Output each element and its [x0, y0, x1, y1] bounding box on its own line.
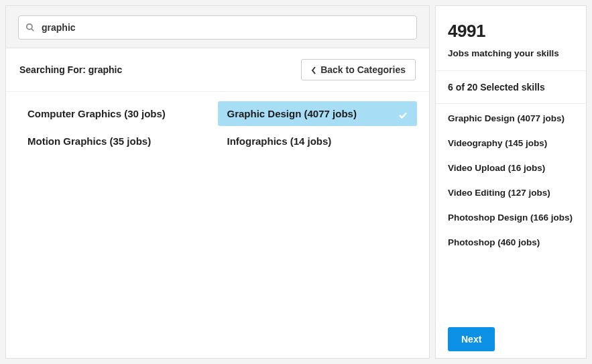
jobs-count-sub: Jobs matching your skills [448, 48, 574, 58]
skill-result-label: Motion Graphics (35 jobs) [27, 135, 151, 147]
main-panel: Searching For: graphic Back to Categorie… [5, 5, 430, 359]
skill-result-label: Graphic Design (4077 jobs) [227, 108, 357, 119]
selected-skills-list: Graphic Design (4077 jobs)Videography (1… [436, 104, 586, 316]
selected-skill[interactable]: Video Editing (127 jobs) [448, 188, 574, 198]
skill-result-label: Infographics (14 jobs) [227, 135, 332, 147]
sidebar-summary: 4991 Jobs matching your skills [436, 6, 586, 71]
skill-result[interactable]: Computer Graphics (30 jobs) [18, 101, 218, 126]
sidebar: 4991 Jobs matching your skills 6 of 20 S… [435, 5, 587, 359]
svg-point-0 [27, 24, 32, 29]
skill-result[interactable]: Graphic Design (4077 jobs) [218, 101, 418, 126]
search-toolbar: Searching For: graphic Back to Categorie… [6, 48, 429, 92]
selected-skill[interactable]: Video Upload (16 jobs) [448, 163, 574, 173]
chevron-left-icon [311, 66, 316, 74]
skill-result[interactable]: Infographics (14 jobs) [218, 129, 418, 154]
search-icon [25, 23, 35, 32]
jobs-count: 4991 [448, 21, 574, 42]
selected-skill[interactable]: Photoshop Design (166 jobs) [448, 213, 574, 223]
back-button-label: Back to Categories [320, 64, 406, 75]
selected-skill[interactable]: Graphic Design (4077 jobs) [448, 113, 574, 123]
searching-for-label: Searching For: graphic [19, 64, 122, 75]
next-button[interactable]: Next [448, 327, 495, 351]
svg-line-1 [32, 29, 34, 32]
skill-result-label: Computer Graphics (30 jobs) [27, 108, 166, 119]
check-icon [398, 110, 408, 118]
selected-skill[interactable]: Videography (145 jobs) [448, 138, 574, 148]
selected-skills-heading: 6 of 20 Selected skills [436, 71, 586, 104]
search-bar [6, 6, 429, 48]
skill-result[interactable]: Motion Graphics (35 jobs) [18, 129, 218, 154]
back-to-categories-button[interactable]: Back to Categories [301, 59, 416, 80]
search-input[interactable] [42, 22, 410, 33]
selected-skill[interactable]: Photoshop (460 jobs) [448, 237, 574, 247]
search-box[interactable] [18, 15, 417, 40]
sidebar-footer: Next [436, 316, 586, 358]
skill-results-grid: Computer Graphics (30 jobs)Graphic Desig… [6, 92, 429, 163]
